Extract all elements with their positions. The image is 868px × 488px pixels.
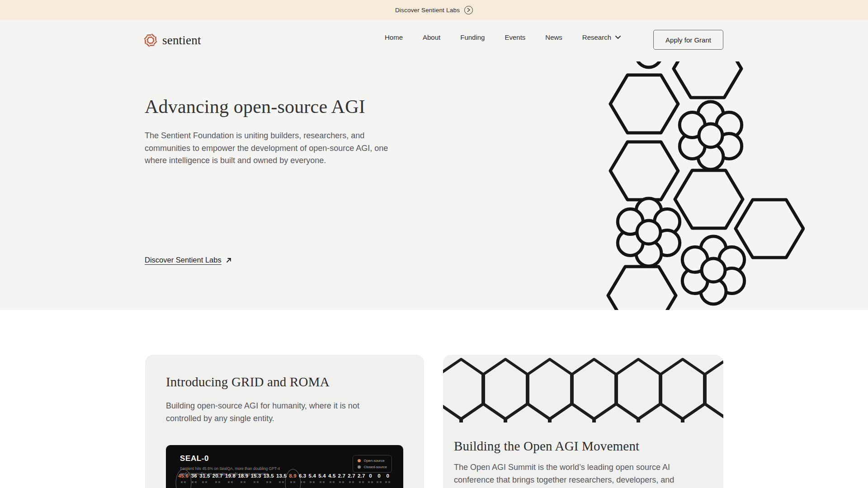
card-description: The Open AGI Summit is the world’s leadi…	[454, 461, 707, 488]
chevron-down-icon	[615, 36, 621, 39]
logo[interactable]: sentient	[143, 33, 201, 48]
nav-item-funding[interactable]: Funding	[460, 33, 485, 41]
seal-value: 36	[191, 473, 197, 483]
nav-item-about[interactable]: About	[423, 33, 440, 41]
honeycomb-pattern	[443, 355, 723, 422]
open-source-dot-icon	[358, 459, 361, 462]
seal-value: 0	[376, 473, 382, 483]
nav-item-home[interactable]: Home	[385, 33, 403, 41]
discover-labs-link[interactable]: Discover Sentient Labs	[145, 256, 232, 264]
seal-value: 5.4	[309, 473, 316, 483]
chevron-right-circle-icon[interactable]	[464, 6, 473, 14]
open-agi-card: Building the Open AGI Movement The Open …	[443, 355, 723, 488]
arrow-up-right-icon	[226, 257, 232, 263]
nav-item-events[interactable]: Events	[505, 33, 525, 41]
main-nav: Home About Funding Events News Research	[385, 33, 621, 41]
nav-item-news[interactable]: News	[545, 33, 562, 41]
card-description: Building open-source AGI for humanity, w…	[166, 400, 390, 425]
seal-value: 2.7	[358, 473, 365, 483]
pinwheel-logo-icon	[143, 33, 158, 48]
seal-value: 15.3	[250, 473, 261, 483]
page-title: Advancing open-source AGI	[145, 96, 365, 117]
announcement-banner[interactable]: Discover Sentient Labs	[0, 0, 868, 20]
seal-value: 8.9	[289, 473, 297, 483]
seal-value: 20.7	[212, 473, 223, 483]
hero-description: The Sentient Foundation is uniting build…	[145, 130, 392, 167]
logo-wordmark: sentient	[162, 33, 201, 47]
legend-open-source: Open-source	[358, 459, 387, 463]
hexagon-flower-pattern	[606, 61, 805, 310]
seal-values-row: 45.63631.520.719.818.915.313.513.58.96.3…	[178, 473, 391, 483]
chart-title: SEAL-0	[180, 454, 209, 463]
nav-item-research[interactable]: Research	[582, 33, 621, 41]
seal-value: 2.7	[348, 473, 355, 483]
card-title: Building the Open AGI Movement	[454, 439, 639, 454]
seal-value: 4.5	[328, 473, 336, 483]
chart-legend: Open-source Closed-source	[353, 455, 392, 473]
seal-value: 2.7	[338, 473, 346, 483]
seal-value: 5.4	[318, 473, 326, 483]
grid-roma-card: Introducing GRID and ROMA Building open-…	[145, 355, 424, 488]
seal-value: 0	[368, 473, 374, 483]
seal-value: 31.5	[199, 473, 210, 483]
seal-value: 0	[385, 473, 391, 483]
legend-closed-source: Closed-source	[358, 465, 387, 469]
card-title: Introducing GRID and ROMA	[166, 375, 330, 389]
apply-for-grant-button[interactable]: Apply for Grant	[653, 30, 723, 50]
seal-value: 13.5	[264, 473, 274, 483]
seal-value: 6.3	[299, 473, 307, 483]
seal-value: 19.8	[225, 473, 236, 483]
banner-label[interactable]: Discover Sentient Labs	[395, 7, 460, 14]
seal-benchmark-chart: SEAL-0 Sentient hits 45.6% on SealQA, mo…	[166, 445, 403, 488]
hero-section: sentient Home About Funding Events News …	[0, 20, 868, 310]
seal-value: 45.6	[178, 473, 189, 483]
seal-value: 18.9	[238, 473, 248, 483]
closed-source-dot-icon	[358, 465, 361, 469]
